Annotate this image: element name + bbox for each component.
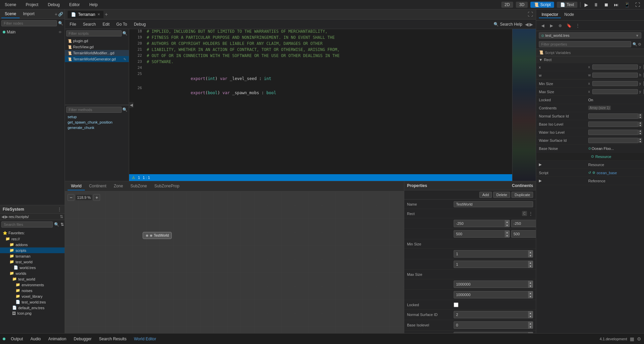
insp-rect-header[interactable]: ▼ Rect: [536, 56, 644, 63]
spin-down[interactable]: ▼: [638, 132, 642, 135]
fs-test-world-folder[interactable]: 📁 test_world: [0, 259, 65, 265]
bottom-settings-btn[interactable]: ⚙: [637, 336, 641, 342]
name-input[interactable]: [454, 201, 533, 207]
step-btn[interactable]: ⏭: [613, 1, 620, 8]
bottom-tab-animation[interactable]: Animation: [45, 336, 70, 342]
debug-menu[interactable]: Debug: [132, 21, 148, 27]
fs-terraman[interactable]: 📁 terraman: [0, 253, 65, 259]
filter-settings-btn[interactable]: ⚙: [638, 42, 641, 47]
nav-next-btn[interactable]: ▶: [529, 22, 533, 27]
spin-up[interactable]: ▲: [638, 130, 642, 132]
world-tab-continent[interactable]: Continent: [86, 182, 110, 190]
maxsize2-input[interactable]: [454, 292, 528, 297]
fs-environments[interactable]: 📁 environments: [0, 282, 65, 288]
spin-up[interactable]: ▲: [528, 250, 533, 254]
water-surface-inspector-input[interactable]: 5: [588, 138, 638, 143]
add-tab-btn[interactable]: +: [105, 11, 108, 18]
menu-scene[interactable]: Scene: [3, 2, 18, 8]
world-tab-subzone[interactable]: SubZone: [127, 182, 150, 190]
zoom-out-btn[interactable]: −: [68, 194, 74, 201]
refresh-icon[interactable]: ↺: [588, 171, 591, 175]
maximize-code-btn[interactable]: ⛶: [528, 11, 533, 18]
gear-icon[interactable]: ⚙: [592, 171, 595, 175]
spin-down[interactable]: ▼: [638, 116, 642, 119]
maxsize1-input[interactable]: [454, 282, 528, 287]
minsize-x-input[interactable]: 1: [592, 81, 638, 86]
menu-editor[interactable]: Editor: [67, 2, 82, 8]
inspector-obj-btn[interactable]: ⊕: [556, 22, 564, 29]
bottom-tab-world-editor[interactable]: World Editor: [130, 336, 160, 342]
script-item-terrain-gen[interactable]: 📜 TerrainWorldGenerator.gd ✎: [65, 56, 129, 62]
mode-2d-btn[interactable]: 2D: [501, 2, 513, 8]
noise-link[interactable]: ⊙ Ocean Floo...: [588, 147, 614, 151]
delete-btn[interactable]: Delete: [493, 192, 510, 198]
fullscreen-btn[interactable]: ⛶: [634, 1, 641, 8]
fs-icon-png[interactable]: 🖼 Icon.png: [0, 311, 65, 316]
spin-down[interactable]: ▼: [638, 140, 642, 143]
base-isolevel-input[interactable]: [454, 322, 528, 328]
filter-search-btn[interactable]: 🔍: [633, 42, 637, 47]
mode-3d-btn[interactable]: 3D: [516, 2, 528, 8]
spin-up[interactable]: ▲: [505, 220, 509, 223]
rect-w-input[interactable]: [454, 231, 505, 237]
goto-menu[interactable]: Go To: [114, 21, 129, 27]
fs-test-world-sub[interactable]: 📁 test_world: [0, 276, 65, 282]
bottom-tab-audio[interactable]: Audio: [27, 336, 44, 342]
fs-res-root[interactable]: 📁 res://: [0, 236, 65, 242]
bottom-layout-btn[interactable]: ▦: [630, 336, 634, 342]
duplicate-btn[interactable]: Duplicate: [511, 192, 533, 198]
tab-close-btn[interactable]: ✕: [97, 12, 100, 16]
play-btn[interactable]: ▶: [583, 1, 590, 8]
spin-down[interactable]: ▼: [528, 284, 533, 288]
tab-import[interactable]: Import: [20, 10, 38, 18]
stop-btn[interactable]: ⏹: [602, 1, 610, 8]
fs-search-btn[interactable]: 🔍: [54, 222, 59, 227]
fs-test-world-tres[interactable]: 📄 test_world.tres: [0, 299, 65, 305]
method-gen-chunk[interactable]: generate_chunk: [65, 125, 129, 130]
spin-down[interactable]: ▼: [528, 295, 533, 298]
spin-down[interactable]: ▼: [528, 254, 533, 257]
editor-tab-terraman[interactable]: 📄 Terraman ✕: [68, 11, 103, 18]
node-tab[interactable]: Node: [562, 11, 577, 18]
water-iso-inspector-input[interactable]: 100: [588, 130, 638, 135]
script-item-terrain-modifier[interactable]: 📜 TerrainWorldModifier...gd: [65, 50, 129, 56]
menu-help[interactable]: Help: [87, 2, 100, 8]
tree-item-main[interactable]: Main 👁: [0, 29, 65, 35]
spin-down[interactable]: ▼: [528, 315, 533, 318]
resource-dropdown-btn[interactable]: ▼: [636, 34, 639, 37]
spin-up[interactable]: ▲: [638, 138, 642, 140]
code-content[interactable]: 18 # IMPLIED, INCLUDING BUT NOT LIMITED …: [129, 29, 512, 174]
fs-back-btn[interactable]: ◀: [1, 214, 4, 219]
world-node[interactable]: TestWorld: [143, 232, 172, 239]
rect-h-input[interactable]: [511, 231, 536, 237]
zoom-in-btn[interactable]: +: [93, 194, 100, 201]
fs-forward-btn[interactable]: ▶: [5, 214, 8, 219]
script-item-plugin[interactable]: 📜 plugin.gd: [65, 38, 129, 44]
world-canvas-area[interactable]: − 118.9 % +: [65, 191, 404, 333]
fs-menu-btn[interactable]: ⋮: [57, 207, 62, 212]
spin-up[interactable]: ▲: [528, 261, 533, 264]
inspector-back-btn[interactable]: ◀: [539, 22, 546, 29]
minsize1-input[interactable]: [454, 251, 528, 257]
edit-menu[interactable]: Edit: [100, 21, 112, 27]
methods-filter-input[interactable]: [66, 107, 122, 113]
scripts-filter-input[interactable]: [66, 30, 122, 36]
spin-down[interactable]: ▼: [505, 234, 509, 237]
bottom-tab-search[interactable]: Search Results: [96, 336, 130, 342]
spin-up[interactable]: ▲: [528, 291, 533, 295]
nav-prev-btn[interactable]: ◀: [525, 22, 529, 27]
spin-down[interactable]: ▼: [528, 325, 533, 328]
fs-voxel-library[interactable]: 📁 voxel_library: [0, 293, 65, 299]
eye-icon[interactable]: 👁: [58, 30, 62, 34]
fs-search-input[interactable]: [1, 221, 53, 228]
inspector-filter-input[interactable]: [539, 41, 631, 47]
mode-script-btn[interactable]: 📜 Script: [530, 2, 554, 8]
file-menu[interactable]: File: [68, 21, 78, 27]
rect-y-input[interactable]: [511, 221, 536, 226]
menu-project[interactable]: Project: [24, 2, 40, 8]
spin-up[interactable]: ▲: [528, 311, 533, 315]
world-tab-subzoneprop[interactable]: SubZoneProp: [151, 182, 183, 190]
resource-selector[interactable]: ⊙ test_world.tres ▼: [539, 32, 641, 38]
maxsize-x-input[interactable]: 1000000: [592, 89, 638, 94]
rect-w-inspector-input[interactable]: 500: [592, 73, 638, 78]
